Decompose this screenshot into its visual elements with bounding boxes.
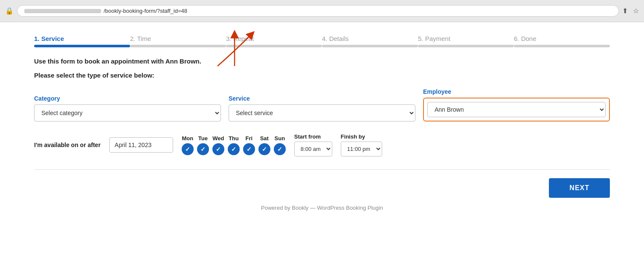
step-1[interactable]: 1. Service — [34, 35, 130, 47]
lock-icon: 🔒 — [5, 7, 14, 15]
day-tue-label: Tue — [198, 135, 208, 142]
step-6-label: 6. Done — [514, 35, 610, 42]
steps-container: 1. Service 2. Time 3. Repeat 4. Details … — [34, 35, 610, 47]
start-from-select[interactable]: 8:00 am — [294, 142, 332, 156]
availability-label: I'm available on or after — [34, 142, 101, 148]
day-sun-label: Sun — [275, 135, 285, 142]
footer-text: Powered by Bookly — WordPress Booking Pl… — [34, 205, 610, 211]
day-tue: Tue ✓ — [197, 135, 209, 155]
category-select[interactable]: Select category — [34, 104, 221, 121]
day-mon-check[interactable]: ✓ — [182, 143, 194, 155]
day-tue-check[interactable]: ✓ — [197, 143, 209, 155]
category-group: Category Select category — [34, 95, 221, 121]
employee-select[interactable]: Ann Brown — [427, 102, 606, 117]
url-bar[interactable]: /bookly-booking-form/?staff_id=48 — [17, 5, 619, 17]
service-group: Service Select service — [229, 95, 415, 121]
days-row: Mon ✓ Tue ✓ Wed ✓ Thu ✓ Fri ✓ Sat ✓ — [182, 135, 286, 155]
service-select[interactable]: Select service — [229, 104, 415, 121]
day-wed-label: Wed — [212, 135, 224, 142]
step-3[interactable]: 3. Repeat — [226, 35, 322, 47]
day-wed-check[interactable]: ✓ — [212, 143, 224, 155]
day-thu: Thu ✓ — [228, 135, 240, 155]
page-content: 1. Service 2. Time 3. Repeat 4. Details … — [0, 22, 644, 266]
step-4[interactable]: 4. Details — [322, 35, 418, 47]
step-2[interactable]: 2. Time — [130, 35, 226, 47]
finish-by-select[interactable]: 11:00 pm — [341, 142, 382, 156]
step-6[interactable]: 6. Done — [514, 35, 610, 47]
step-2-bar — [130, 45, 226, 47]
next-button-row: NEXT — [34, 178, 610, 198]
day-fri: Fri ✓ — [243, 135, 255, 155]
form-subtitle: Please select the type of service below: — [34, 72, 610, 79]
step-4-label: 4. Details — [322, 35, 418, 42]
day-thu-label: Thu — [229, 135, 239, 142]
step-1-label: 1. Service — [34, 35, 130, 42]
day-sat-check[interactable]: ✓ — [258, 143, 270, 155]
day-mon-label: Mon — [182, 135, 193, 142]
start-from-group: Start from 8:00 am — [294, 133, 332, 156]
form-description: Use this form to book an appointment wit… — [34, 58, 610, 65]
share-icon[interactable]: ⬆ — [622, 7, 628, 15]
day-sat-label: Sat — [260, 135, 269, 142]
step-2-label: 2. Time — [130, 35, 226, 42]
day-sat: Sat ✓ — [258, 135, 270, 155]
step-3-bar — [226, 45, 322, 47]
category-label: Category — [34, 95, 221, 102]
step-5-label: 5. Payment — [418, 35, 514, 42]
next-button[interactable]: NEXT — [549, 178, 610, 198]
start-from-label: Start from — [294, 133, 332, 140]
divider — [34, 169, 610, 170]
day-sun: Sun ✓ — [274, 135, 286, 155]
employee-label: Employee — [423, 88, 610, 95]
day-fri-label: Fri — [246, 135, 253, 142]
employee-highlight-box: Ann Brown — [423, 98, 610, 121]
step-5-bar — [418, 45, 514, 47]
day-wed: Wed ✓ — [212, 135, 224, 155]
browser-chrome: 🔒 /bookly-booking-form/?staff_id=48 ⬆ ☆ — [0, 0, 644, 22]
availability-row: I'm available on or after Mon ✓ Tue ✓ We… — [34, 133, 610, 156]
service-label: Service — [229, 95, 415, 102]
step-5[interactable]: 5. Payment — [418, 35, 514, 47]
bookmark-icon[interactable]: ☆ — [633, 7, 639, 15]
step-3-label: 3. Repeat — [226, 35, 322, 42]
step-6-bar — [514, 45, 610, 47]
browser-actions: ⬆ ☆ — [622, 7, 639, 15]
availability-date-input[interactable] — [109, 137, 173, 153]
url-redacted — [24, 9, 101, 13]
day-fri-check[interactable]: ✓ — [243, 143, 255, 155]
dropdowns-row: Category Select category Service Select … — [34, 88, 610, 121]
day-sun-check[interactable]: ✓ — [274, 143, 286, 155]
step-4-bar — [322, 45, 418, 47]
employee-group: Employee Ann Brown — [423, 88, 610, 121]
finish-by-label: Finish by — [341, 133, 382, 140]
url-path: /bookly-booking-form/?staff_id=48 — [104, 8, 187, 14]
day-mon: Mon ✓ — [182, 135, 194, 155]
step-1-bar — [34, 45, 130, 47]
day-thu-check[interactable]: ✓ — [228, 143, 240, 155]
finish-by-group: Finish by 11:00 pm — [341, 133, 382, 156]
